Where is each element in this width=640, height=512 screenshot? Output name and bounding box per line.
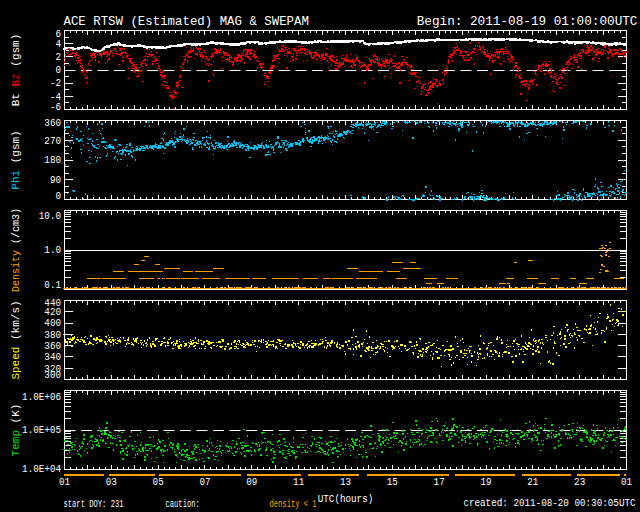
svg-text:Begin: 2011-08-19 01:00:00UTC: Begin: 2011-08-19 01:00:00UTC: [417, 14, 638, 29]
svg-text:380: 380: [44, 329, 61, 341]
svg-text:11: 11: [293, 476, 304, 488]
svg-text:01: 01: [621, 476, 632, 488]
svg-text:300: 300: [44, 370, 61, 382]
svg-text:Bt Bz (gsm): Bt Bz (gsm): [10, 34, 22, 107]
svg-text:10.0: 10.0: [39, 210, 61, 222]
svg-text:-2: -2: [50, 78, 61, 90]
svg-text:UTC(hours): UTC(hours): [318, 494, 374, 506]
svg-text:23: 23: [574, 476, 585, 488]
svg-text:1.0E+05: 1.0E+05: [22, 425, 61, 437]
svg-text:0: 0: [55, 65, 61, 77]
svg-text:180: 180: [44, 155, 61, 167]
svg-text:17: 17: [434, 476, 445, 488]
svg-text:Temp (K): Temp (K): [10, 404, 22, 457]
svg-text:Phi (gsm): Phi (gsm): [10, 130, 22, 189]
svg-text:Density (/cm3): Density (/cm3): [11, 208, 22, 292]
svg-text:360: 360: [44, 341, 61, 353]
svg-text:ACE RTSW (Estimated) MAG & SWE: ACE RTSW (Estimated) MAG & SWEPAM: [64, 15, 309, 29]
svg-text:2: 2: [55, 52, 61, 64]
svg-text:21: 21: [527, 476, 538, 488]
svg-text:density < 1: density < 1: [270, 498, 317, 511]
svg-text:05: 05: [153, 476, 164, 488]
svg-text:09: 09: [246, 476, 257, 488]
svg-text:1.0E+06: 1.0E+06: [22, 391, 61, 403]
svg-text:-6: -6: [50, 101, 61, 113]
svg-text:created: 2011-08-20 00:30:05UT: created: 2011-08-20 00:30:05UTC: [463, 497, 635, 509]
svg-text:19: 19: [480, 476, 491, 488]
svg-text:start DOY: 231: start DOY: 231: [64, 498, 124, 511]
svg-text:07: 07: [199, 476, 210, 488]
svg-text:4: 4: [55, 39, 61, 51]
svg-text:1.0E+04: 1.0E+04: [22, 463, 61, 475]
svg-text:270: 270: [44, 135, 61, 147]
svg-text:0: 0: [55, 190, 61, 202]
svg-text:01: 01: [59, 476, 70, 488]
svg-text:360: 360: [44, 118, 61, 130]
svg-text:90: 90: [50, 175, 61, 187]
svg-text:13: 13: [340, 476, 351, 488]
svg-text:340: 340: [44, 352, 61, 364]
svg-text:Speed (km/s): Speed (km/s): [10, 300, 22, 379]
svg-text:caution:: caution:: [166, 498, 200, 511]
svg-text:1.0: 1.0: [44, 245, 61, 257]
svg-text:0.1: 0.1: [44, 280, 61, 292]
svg-text:03: 03: [106, 476, 117, 488]
svg-text:420: 420: [44, 307, 61, 319]
svg-text:400: 400: [44, 318, 61, 330]
svg-text:15: 15: [387, 476, 398, 488]
